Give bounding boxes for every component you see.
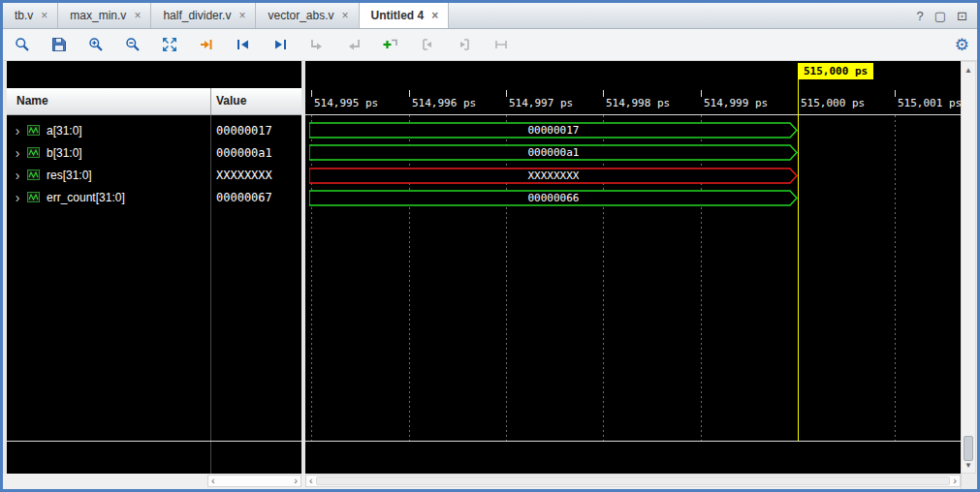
signal-value: 00000067	[216, 191, 272, 204]
scroll-left-icon[interactable]: ‹	[309, 476, 313, 486]
tab-vector-abs-v[interactable]: vector_abs.v ×	[256, 3, 359, 28]
signal-name: res[31:0]	[47, 169, 92, 182]
set-time-range-button[interactable]	[490, 33, 513, 56]
signal-row-res[interactable]: › res[31:0] XXXXXXXX	[7, 164, 301, 186]
scroll-up-icon[interactable]: ▲	[962, 63, 975, 77]
tab-label: tb.v	[15, 9, 33, 22]
window-controls: ? ▢ ⊡	[917, 3, 977, 28]
bus-value-label: 00000066	[309, 192, 798, 204]
search-button[interactable]	[11, 33, 34, 56]
gridline	[895, 115, 896, 441]
close-icon[interactable]: ×	[431, 9, 438, 22]
gridline	[603, 115, 604, 441]
waveform-bus-b[interactable]: 000000a1	[309, 144, 798, 161]
swap-to-begin-button[interactable]	[416, 33, 439, 56]
expand-icon[interactable]: ›	[11, 168, 24, 183]
signal-value: 00000017	[216, 124, 272, 138]
bus-signal-icon	[27, 192, 42, 202]
vertical-scrollbar[interactable]: ▲ ▼	[961, 61, 976, 474]
bus-signal-icon	[27, 147, 42, 158]
time-tick-label: 514,996 ps	[412, 97, 476, 109]
save-button[interactable]	[47, 33, 71, 56]
add-marker-icon	[383, 37, 398, 52]
scroll-down-icon[interactable]: ▼	[962, 458, 975, 472]
waveform-bus-res[interactable]: XXXXXXXX	[309, 168, 798, 184]
gridline	[311, 115, 312, 441]
previous-transition-button[interactable]	[232, 33, 255, 56]
signal-row-err-count[interactable]: › err_count[31:0] 00000067	[7, 186, 301, 208]
scroll-right-icon[interactable]: ›	[294, 476, 298, 486]
signal-row-b[interactable]: › b[31:0] 000000a1	[7, 141, 301, 164]
tick-mark	[409, 90, 410, 97]
tab-bar: tb.v × max_min.v × half_divider.v × vect…	[3, 3, 977, 29]
help-icon[interactable]: ?	[917, 9, 924, 23]
expand-icon[interactable]: ›	[11, 145, 24, 161]
tick-mark	[895, 90, 896, 97]
time-ruler[interactable]: 514,995 ps 514,996 ps 514,997 ps 514,998…	[305, 88, 961, 115]
previous-transition-icon	[236, 37, 251, 52]
signal-row-a[interactable]: › a[31:0] 00000017	[7, 119, 301, 141]
close-icon[interactable]: ×	[134, 9, 141, 22]
values-horizontal-scrollbar[interactable]: ‹ ›	[207, 475, 301, 487]
tick-mark	[603, 90, 604, 97]
time-cursor-line[interactable]	[798, 78, 799, 441]
go-to-next-marker-button[interactable]	[342, 33, 365, 56]
go-to-time-button[interactable]	[195, 33, 218, 56]
waveform-toolbar: ⚙	[3, 29, 977, 61]
waveform-horizontal-scrollbar[interactable]: ‹ ›	[305, 475, 961, 487]
zoom-out-button[interactable]	[121, 33, 144, 56]
tick-mark	[311, 90, 312, 97]
column-divider-handle[interactable]	[210, 88, 211, 115]
wave-canvas[interactable]: 514,995 ps 514,996 ps 514,997 ps 514,998…	[305, 61, 961, 474]
next-transition-button[interactable]	[269, 33, 292, 56]
expand-icon[interactable]: ›	[11, 190, 24, 205]
signal-value: 000000a1	[216, 146, 272, 160]
signals-panel: Name Value › a[31:0] 00000017 › b[31:0] …	[7, 61, 301, 474]
name-column-header[interactable]: Name	[16, 94, 48, 108]
scroll-left-icon[interactable]: ‹	[211, 476, 215, 486]
value-column-header[interactable]: Value	[216, 94, 246, 108]
gridline	[701, 115, 702, 441]
maximize-icon[interactable]: ⊡	[957, 9, 967, 23]
zoom-in-button[interactable]	[84, 33, 108, 56]
time-tick-label: 515,000 ps	[801, 97, 865, 109]
signal-name: b[31:0]	[47, 146, 82, 160]
zoom-out-icon	[125, 37, 141, 52]
settings-gear-icon[interactable]: ⚙	[955, 37, 969, 53]
float-icon[interactable]: ▢	[934, 9, 946, 23]
tab-tb-v[interactable]: tb.v ×	[3, 3, 58, 28]
tab-label: Untitled 4	[371, 9, 425, 22]
set-time-range-icon	[493, 37, 509, 52]
scroll-right-icon[interactable]: ›	[953, 476, 957, 486]
tick-mark	[506, 90, 507, 97]
time-cursor-label[interactable]: 515,000 ps	[798, 63, 873, 79]
close-icon[interactable]: ×	[41, 9, 47, 22]
zoom-in-icon	[88, 37, 104, 52]
time-tick-label: 514,995 ps	[314, 97, 378, 109]
tab-untitled-4[interactable]: Untitled 4 ×	[360, 3, 450, 28]
gridline	[506, 115, 507, 441]
scrollbar-corner	[961, 474, 977, 489]
signal-name: a[31:0]	[47, 124, 82, 138]
add-marker-button[interactable]	[379, 33, 402, 56]
waveform-bus-a[interactable]: 00000017	[309, 122, 798, 138]
expand-icon[interactable]: ›	[11, 123, 24, 138]
go-to-time-icon	[199, 37, 214, 52]
waveform-bus-err-count[interactable]: 00000066	[309, 190, 798, 206]
horizontal-scrollbar-thumb[interactable]	[316, 477, 951, 485]
close-icon[interactable]: ×	[238, 9, 245, 22]
bus-signal-icon	[27, 125, 42, 136]
zoom-fit-button[interactable]	[158, 33, 181, 56]
search-icon	[15, 37, 30, 52]
tab-half-divider-v[interactable]: half_divider.v ×	[151, 3, 256, 28]
bus-value-label: 000000a1	[309, 146, 798, 159]
bus-value-label: XXXXXXXX	[309, 169, 798, 182]
close-icon[interactable]: ×	[342, 9, 349, 22]
tab-label: vector_abs.v	[268, 9, 333, 22]
swap-to-end-button[interactable]	[453, 33, 476, 56]
simulation-window: tb.v × max_min.v × half_divider.v × vect…	[0, 0, 980, 492]
tab-max-min-v[interactable]: max_min.v ×	[58, 3, 151, 28]
time-tick-label: 514,997 ps	[509, 97, 573, 109]
go-to-previous-marker-button[interactable]	[305, 33, 329, 56]
signal-name: err_count[31:0]	[47, 191, 125, 204]
